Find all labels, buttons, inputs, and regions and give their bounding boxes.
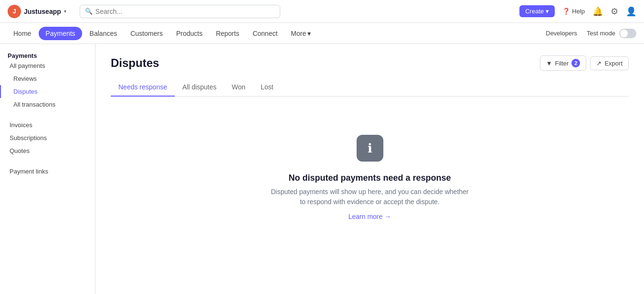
sidebar-item-invoices[interactable]: Invoices: [0, 119, 95, 131]
learn-more-link[interactable]: Learn more →: [348, 213, 391, 220]
help-circle-icon: ❓: [562, 8, 570, 15]
brand-name: Justuseapp: [24, 8, 61, 15]
main-content: Disputes ▼ Filter 2 ↗ Export Needs respo…: [95, 44, 644, 294]
profile-button[interactable]: 👤: [626, 6, 636, 17]
nav-item-more[interactable]: More ▾: [285, 26, 317, 41]
export-icon: ↗: [596, 60, 602, 67]
tab-lost[interactable]: Lost: [253, 78, 281, 97]
tab-all-disputes[interactable]: All disputes: [175, 78, 224, 97]
sidebar-item-all-transactions[interactable]: All transactions: [0, 98, 95, 111]
test-mode-toggle-wrap: Test mode: [587, 29, 636, 38]
nav-item-home[interactable]: Home: [8, 26, 37, 41]
arrow-icon: →: [384, 213, 391, 220]
secondary-navbar: Home Payments Balances Customers Product…: [0, 23, 644, 44]
sidebar: Payments All payments Reviews Disputes A…: [0, 44, 95, 294]
filter-button[interactable]: ▼ Filter 2: [540, 55, 587, 71]
developers-link[interactable]: Developers: [546, 30, 577, 37]
sidebar-section-title: Payments: [0, 48, 44, 61]
tab-won[interactable]: Won: [224, 78, 253, 97]
tabs-bar: Needs response All disputes Won Lost: [111, 78, 629, 97]
sidebar-item-subscriptions[interactable]: Subscriptions: [0, 131, 95, 144]
empty-state-description: Disputed payments will show up here, and…: [270, 187, 470, 207]
notifications-button[interactable]: 🔔: [592, 6, 603, 17]
navbar-right: Create ▾ ❓ Help 🔔 ⚙ 👤: [519, 5, 636, 17]
more-chevron-icon: ▾: [307, 30, 311, 37]
header-actions: ▼ Filter 2 ↗ Export: [540, 55, 629, 71]
sidebar-item-quotes[interactable]: Quotes: [0, 144, 95, 157]
main-layout: Payments All payments Reviews Disputes A…: [0, 44, 644, 294]
filter-badge: 2: [571, 59, 580, 67]
empty-state: ℹ No disputed payments need a response D…: [111, 97, 629, 259]
filter-icon: ▼: [546, 60, 552, 67]
nav-item-payments[interactable]: Payments: [39, 27, 82, 40]
empty-state-icon-wrap: ℹ: [357, 135, 383, 162]
sidebar-divider: [0, 111, 95, 119]
brand-logo[interactable]: J Justuseapp ▾: [8, 5, 66, 18]
help-button[interactable]: ❓ Help: [562, 8, 585, 15]
page-header: Disputes ▼ Filter 2 ↗ Export: [111, 55, 629, 71]
create-chevron-icon: ▾: [546, 8, 549, 15]
sidebar-divider-2: [0, 157, 95, 165]
search-bar[interactable]: 🔍: [80, 5, 280, 18]
toggle-knob: [620, 30, 628, 37]
nav-item-connect[interactable]: Connect: [247, 26, 283, 41]
sidebar-item-payment-links[interactable]: Payment links: [0, 165, 95, 178]
page-title: Disputes: [111, 56, 540, 70]
empty-state-title: No disputed payments need a response: [288, 173, 451, 183]
test-mode-toggle[interactable]: [619, 29, 636, 38]
info-icon: ℹ: [368, 141, 372, 156]
brand-icon: J: [8, 5, 21, 18]
nav-item-balances[interactable]: Balances: [84, 26, 123, 41]
sidebar-item-reviews[interactable]: Reviews: [0, 72, 95, 85]
search-icon: 🔍: [85, 8, 93, 15]
top-navbar: J Justuseapp ▾ 🔍 Create ▾ ❓ Help 🔔 ⚙ 👤: [0, 0, 644, 23]
nav-item-customers[interactable]: Customers: [125, 26, 169, 41]
nav-item-products[interactable]: Products: [170, 26, 208, 41]
bell-icon: 🔔: [592, 7, 603, 16]
sidebar-item-disputes[interactable]: Disputes: [0, 85, 95, 98]
profile-icon: 👤: [626, 7, 636, 16]
sidebar-item-all-payments[interactable]: All payments: [0, 59, 95, 72]
search-input[interactable]: [95, 8, 275, 15]
gear-icon: ⚙: [611, 7, 618, 16]
nav-item-reports[interactable]: Reports: [210, 26, 245, 41]
settings-button[interactable]: ⚙: [611, 6, 618, 17]
brand-chevron-icon: ▾: [64, 9, 66, 14]
create-button[interactable]: Create ▾: [519, 5, 555, 17]
export-button[interactable]: ↗ Export: [590, 56, 629, 70]
tab-needs-response[interactable]: Needs response: [111, 78, 175, 97]
